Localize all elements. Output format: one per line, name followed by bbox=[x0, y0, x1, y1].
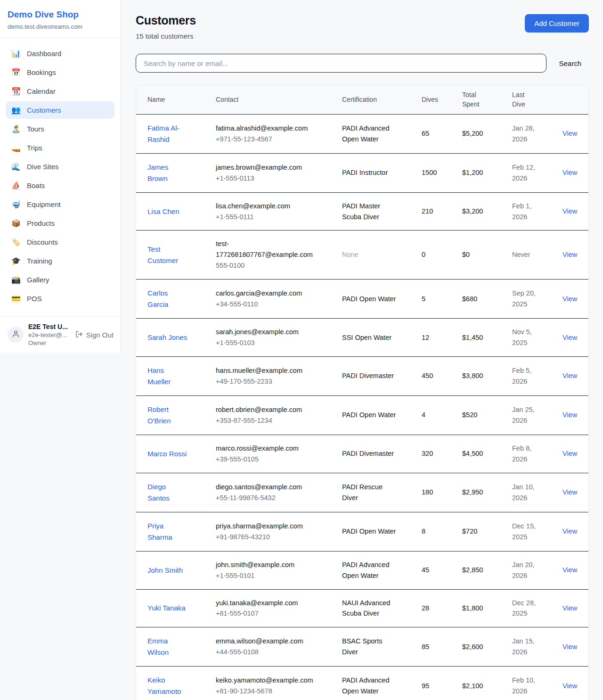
sidebar-item-label: Boats bbox=[27, 181, 45, 189]
view-customer-link[interactable]: View bbox=[562, 207, 577, 215]
sidebar-item-boats[interactable]: ⛵ Boats bbox=[6, 177, 114, 194]
customer-last-dive: Jan 28, 2026 bbox=[512, 123, 547, 145]
customer-phone: +91-98765-43210 bbox=[216, 532, 327, 543]
customer-dives: 85 bbox=[414, 627, 455, 667]
dashboard-icon: 📊 bbox=[11, 50, 21, 58]
view-customer-link[interactable]: View bbox=[562, 251, 577, 258]
customer-certification: PADI Instructor bbox=[342, 167, 388, 178]
customer-last-dive: Feb 12, 2026 bbox=[512, 162, 547, 184]
table-row: Test Customer test-1772681807767@example… bbox=[136, 231, 588, 280]
table-row: Emma Wilson emma.wilson@example.com +44-… bbox=[136, 627, 588, 667]
customer-email: hans.mueller@example.com bbox=[216, 365, 319, 376]
customer-name-link[interactable]: Marco Rossi bbox=[147, 448, 187, 460]
sidebar-item-customers[interactable]: 👥 Customers bbox=[6, 101, 114, 119]
sidebar-item-pos[interactable]: 💳 POS bbox=[6, 290, 114, 307]
customer-name-link[interactable]: Emma Wilson bbox=[147, 635, 189, 658]
search-input[interactable] bbox=[136, 54, 546, 73]
customer-total-spent: $2,850 bbox=[455, 551, 505, 589]
view-customer-link[interactable]: View bbox=[562, 372, 577, 379]
customer-name-link[interactable]: Keiko Yamamoto bbox=[147, 675, 189, 697]
view-customer-link[interactable]: View bbox=[562, 411, 577, 419]
view-customer-link[interactable]: View bbox=[562, 130, 577, 137]
customer-name-link[interactable]: Robert O'Brien bbox=[147, 404, 189, 427]
sidebar-item-label: Bookings bbox=[27, 68, 56, 76]
sign-out-button[interactable]: Sign Out bbox=[75, 330, 114, 339]
customer-name-link[interactable]: Fatima Al-Rashid bbox=[147, 123, 189, 145]
customer-email: james.brown@example.com bbox=[216, 162, 319, 173]
customer-email: test-1772681807767@example.com bbox=[216, 239, 319, 260]
search-button[interactable]: Search bbox=[551, 56, 589, 71]
add-customer-button[interactable]: Add Customer bbox=[525, 14, 589, 33]
customer-name-link[interactable]: Yuki Tanaka bbox=[147, 602, 186, 614]
view-customer-link[interactable]: View bbox=[562, 334, 577, 341]
customer-name-link[interactable]: Diego Santos bbox=[147, 481, 189, 504]
customer-email: yuki.tanaka@example.com bbox=[216, 598, 319, 609]
view-customer-link[interactable]: View bbox=[562, 295, 577, 303]
sidebar-item-label: POS bbox=[27, 295, 42, 303]
view-customer-link[interactable]: View bbox=[562, 169, 577, 176]
sign-out-label: Sign Out bbox=[86, 331, 114, 339]
page-header: Customers 15 total customers Add Custome… bbox=[136, 12, 589, 40]
customer-email: keiko.yamamoto@example.com bbox=[216, 675, 319, 686]
view-customer-link[interactable]: View bbox=[562, 488, 577, 496]
view-customer-link[interactable]: View bbox=[562, 604, 577, 612]
customer-name-link[interactable]: Test Customer bbox=[147, 244, 189, 266]
brand-name[interactable]: Demo Dive Shop bbox=[8, 9, 113, 20]
sidebar: Demo Dive Shop demo.test.divestreams.com… bbox=[0, 0, 121, 353]
customer-total-spent: $720 bbox=[455, 512, 505, 551]
customer-email: carlos.garcia@example.com bbox=[216, 288, 319, 299]
customer-dives: 180 bbox=[414, 473, 455, 512]
customer-dives: 4 bbox=[414, 395, 455, 435]
sidebar-item-tours[interactable]: 🏝️ Tours bbox=[6, 120, 114, 138]
view-customer-link[interactable]: View bbox=[562, 566, 577, 574]
sidebar-item-calendar[interactable]: 📆 Calendar bbox=[6, 82, 114, 100]
customer-phone: +81-555-0107 bbox=[216, 608, 327, 619]
customer-phone: +1-555-0101 bbox=[216, 570, 327, 581]
customer-name-link[interactable]: James Brown bbox=[147, 162, 189, 184]
sidebar-item-dive-sites[interactable]: 🌊 Dive Sites bbox=[6, 158, 114, 175]
customer-name-link[interactable]: Lisa Chen bbox=[147, 206, 179, 217]
user-icon bbox=[12, 330, 20, 340]
customer-name-link[interactable]: Priya Sharma bbox=[147, 520, 189, 543]
boats-icon: ⛵ bbox=[11, 182, 21, 189]
sidebar-item-discounts[interactable]: 🏷️ Discounts bbox=[6, 233, 114, 251]
customer-total-spent: $3,800 bbox=[455, 356, 505, 395]
customer-dives: 320 bbox=[414, 435, 455, 473]
sidebar-item-trips[interactable]: 🚤 Trips bbox=[6, 139, 114, 156]
sidebar-item-label: Dive Sites bbox=[27, 163, 59, 171]
pos-icon: 💳 bbox=[11, 295, 21, 303]
customer-last-dive: Nov 5, 2025 bbox=[512, 327, 547, 348]
view-customer-link[interactable]: View bbox=[562, 450, 577, 457]
sidebar-item-label: Products bbox=[27, 219, 55, 227]
customer-name-link[interactable]: John Smith bbox=[147, 565, 183, 576]
customer-email: marco.rossi@example.com bbox=[216, 443, 319, 454]
sidebar-item-label: Calendar bbox=[27, 87, 56, 95]
customer-last-dive: Jan 10, 2026 bbox=[512, 482, 547, 503]
customer-name-link[interactable]: Hans Mueller bbox=[147, 365, 189, 387]
customer-email: robert.obrien@example.com bbox=[216, 404, 319, 415]
customer-certification: BSAC Sports Diver bbox=[342, 636, 398, 658]
bookings-icon: 📅 bbox=[11, 69, 21, 76]
view-customer-link[interactable]: View bbox=[562, 682, 577, 690]
column-header bbox=[555, 85, 588, 114]
sidebar-item-gallery[interactable]: 📸 Gallery bbox=[6, 271, 114, 288]
customer-dives: 5 bbox=[414, 280, 455, 319]
customer-email: fatima.alrashid@example.com bbox=[216, 123, 319, 134]
customer-dives: 45 bbox=[414, 551, 455, 589]
view-customer-link[interactable]: View bbox=[562, 527, 577, 535]
sidebar-item-dashboard[interactable]: 📊 Dashboard bbox=[6, 45, 114, 62]
user-email: e2e-tester@... bbox=[28, 331, 71, 338]
sidebar-item-training[interactable]: 🎓 Training bbox=[6, 252, 114, 270]
view-customer-link[interactable]: View bbox=[562, 643, 577, 651]
sidebar-item-bookings[interactable]: 📅 Bookings bbox=[6, 64, 114, 81]
customer-certification: PADI Divemaster bbox=[342, 371, 394, 381]
customer-dives: 8 bbox=[414, 512, 455, 551]
customer-dives: 65 bbox=[414, 114, 455, 153]
customer-name-link[interactable]: Carlos Garcia bbox=[147, 288, 189, 310]
sidebar-item-products[interactable]: 📦 Products bbox=[6, 214, 114, 232]
customer-dives: 0 bbox=[414, 231, 455, 280]
customer-name-link[interactable]: Sarah Jones bbox=[147, 332, 187, 343]
sidebar-item-equipment[interactable]: 🤿 Equipment bbox=[6, 196, 114, 213]
column-header: Last Dive bbox=[505, 85, 555, 114]
customer-phone: +1-555-0103 bbox=[216, 338, 327, 348]
